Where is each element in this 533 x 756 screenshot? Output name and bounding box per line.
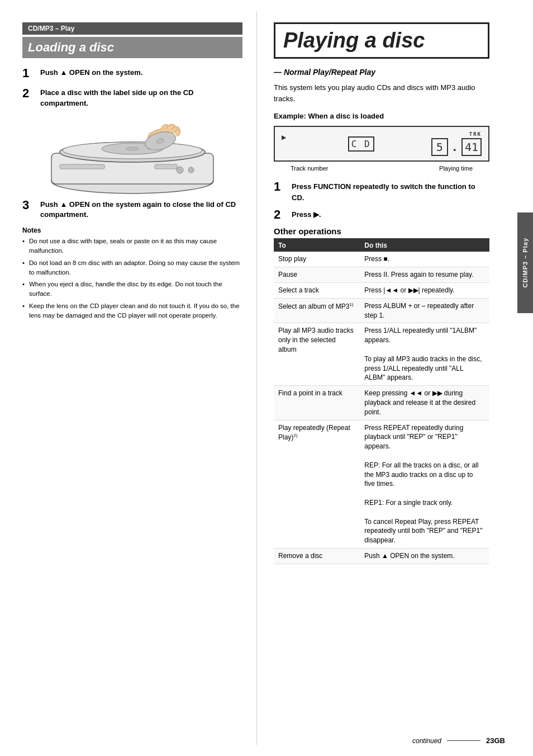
time-text: 41	[465, 140, 478, 154]
right-column: Playing a disc — Normal Play/Repeat Play…	[257, 11, 517, 745]
svg-rect-2	[60, 164, 104, 169]
intro-text: This system lets you play audio CDs and …	[274, 82, 489, 104]
step-3-text: Push ▲ OPEN on the system again to close…	[40, 198, 242, 220]
table-row: Pause Press II. Press again to resume pl…	[274, 267, 489, 283]
table-row: Select a track Press |◄◄ or ▶▶| repeated…	[274, 282, 489, 298]
svg-point-11	[188, 167, 194, 173]
table-row: Stop play Press ■.	[274, 252, 489, 267]
table-do: Press II. Press again to resume play.	[360, 267, 489, 283]
table-do: Press ALBUM + or – repeatedly after step…	[360, 298, 489, 323]
col-to: To	[274, 239, 360, 252]
other-ops-title: Other operations	[274, 226, 489, 239]
continued-text: continued	[412, 737, 441, 745]
table-do: Press |◄◄ or ▶▶| repeatedly.	[360, 282, 489, 298]
step-1: 1 Push ▲ OPEN on the system.	[22, 66, 242, 81]
track-number-label: Track number	[291, 165, 328, 172]
step-2-text: Place a disc with the label side up on t…	[40, 86, 242, 108]
subtitle-text: — Normal Play/Repeat Play	[274, 68, 375, 77]
side-tab-text: CD/MP3 – Play	[522, 238, 529, 287]
display-cd-text: C D	[348, 136, 374, 152]
section-label: CD/MP3 – Play	[22, 22, 242, 35]
table-to: Find a point in a track	[274, 386, 360, 420]
notes-section: Notes Do not use a disc with tape, seals…	[22, 226, 242, 320]
step-1-number: 1	[22, 66, 36, 81]
table-to: Stop play	[274, 252, 360, 267]
subtitle: — Normal Play/Repeat Play	[274, 68, 489, 77]
step-1-text: Push ▲ OPEN on the system.	[40, 66, 142, 78]
display-right: TRK 5 . 41	[431, 131, 482, 156]
svg-rect-3	[155, 164, 177, 169]
table-row: Play all MP3 audio tracks only in the se…	[274, 323, 489, 386]
right-step-2: 2 Press ▶.	[274, 207, 489, 222]
svg-point-10	[177, 167, 183, 173]
note-item: Do not use a disc with tape, seals or pa…	[22, 237, 242, 256]
table-body: Stop play Press ■. Pause Press II. Press…	[274, 252, 489, 564]
right-step-1-number: 1	[274, 179, 287, 194]
table-row: Select an album of MP31) Press ALBUM + o…	[274, 298, 489, 323]
right-step-2-text: Press ▶.	[292, 207, 321, 220]
section-title-bar: Loading a disc	[22, 37, 242, 58]
page-title: Playing a disc	[274, 22, 489, 59]
right-step-1: 1 Press FUNCTION repeatedly to switch th…	[274, 179, 489, 203]
table-do: Press REPEAT repeatedly during playback …	[360, 420, 489, 548]
note-item: When you eject a disc, handle the disc b…	[22, 280, 242, 299]
notes-title: Notes	[22, 226, 242, 234]
cd-illustration	[43, 114, 222, 198]
trk-label: TRK	[469, 131, 482, 137]
table-to: Select a track	[274, 282, 360, 298]
example-heading: Example: When a disc is loaded	[274, 112, 489, 120]
track-number-display: 5	[431, 138, 448, 156]
right-step-1-text: Press FUNCTION repeatedly to switch the …	[292, 179, 489, 203]
step-3-number: 3	[22, 198, 36, 212]
track-num-text: 5	[436, 140, 443, 154]
play-icon: ▶	[282, 133, 286, 141]
display-separator: .	[451, 140, 458, 154]
side-tab: CD/MP3 – Play	[517, 212, 533, 313]
page-number: 23GB	[486, 736, 505, 745]
table-header-row: To Do this	[274, 239, 489, 252]
table-to: Select an album of MP31)	[274, 298, 360, 323]
left-column: CD/MP3 – Play Loading a disc 1 Push ▲ OP…	[0, 11, 257, 745]
table-to: Play all MP3 audio tracks only in the se…	[274, 323, 360, 386]
note-item: Keep the lens on the CD player clean and…	[22, 301, 242, 321]
table-row: Play repeatedly (Repeat Play)2) Press RE…	[274, 420, 489, 548]
ops-table: To Do this Stop play Press ■. Pause Pres…	[274, 239, 489, 564]
display-mockup: ▶ C D TRK 5 . 41	[274, 126, 489, 162]
playing-time-label: Playing time	[439, 165, 473, 172]
table-do: Keep pressing ◄◄ or ▶▶ during playback a…	[360, 386, 489, 420]
display-labels: Track number Playing time	[274, 165, 489, 172]
table-do: Push ▲ OPEN on the system.	[360, 548, 489, 564]
step-2-number: 2	[22, 86, 36, 101]
right-step-2-number: 2	[274, 207, 287, 222]
table-do: Press 1/ALL repeatedly until "1ALBM" app…	[360, 323, 489, 386]
table-row: Remove a disc Push ▲ OPEN on the system.	[274, 548, 489, 564]
table-row: Find a point in a track Keep pressing ◄◄…	[274, 386, 489, 420]
table-to: Play repeatedly (Repeat Play)2)	[274, 420, 360, 548]
step-2: 2 Place a disc with the label side up on…	[22, 86, 242, 108]
page-footer: continued 23GB	[412, 736, 505, 745]
table-to: Remove a disc	[274, 548, 360, 564]
time-display: 41	[461, 138, 482, 156]
col-do: Do this	[360, 239, 489, 252]
section-label-text: CD/MP3 – Play	[28, 25, 74, 32]
svg-point-7	[126, 147, 139, 150]
step-3: 3 Push ▲ OPEN on the system again to clo…	[22, 198, 242, 220]
table-to: Pause	[274, 267, 360, 283]
display-numbers: 5 . 41	[431, 138, 482, 156]
section-title: Loading a disc	[28, 40, 237, 55]
table-do: Press ■.	[360, 252, 489, 267]
note-item: Do not load an 8 cm disc with an adaptor…	[22, 258, 242, 278]
continued-line	[447, 740, 480, 741]
notes-list: Do not use a disc with tape, seals or pa…	[22, 237, 242, 320]
